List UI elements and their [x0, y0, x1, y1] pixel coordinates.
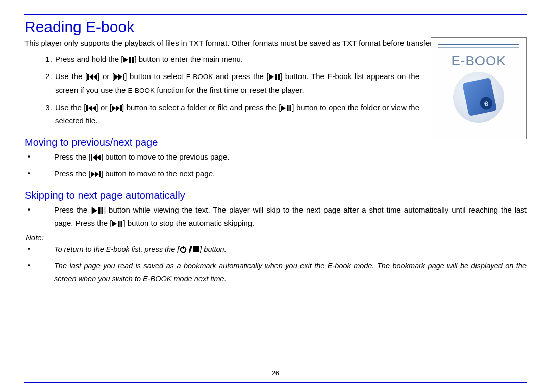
svg-marker-23 [97, 154, 101, 161]
svg-rect-35 [189, 246, 192, 253]
svg-marker-7 [118, 74, 122, 80]
svg-rect-32 [121, 221, 123, 227]
next-track-icon [114, 74, 124, 80]
power-stop-icon [179, 245, 199, 253]
svg-rect-10 [275, 74, 277, 80]
step-2-d: and press the [ [213, 72, 269, 81]
step-2-f: function for the first time or reset the… [155, 86, 304, 94]
step-2: Use the [] or [] button to select E-BOOK… [54, 70, 419, 97]
moving-list: Press the [] button to move to the previ… [24, 150, 527, 180]
prev-track-icon [86, 105, 96, 111]
svg-rect-28 [98, 207, 101, 214]
note-1: To return to the E-book list, press the … [24, 243, 527, 256]
svg-rect-11 [278, 74, 280, 80]
svg-marker-9 [269, 74, 274, 80]
skipping-item: Press the [] button while viewing the te… [24, 203, 527, 230]
svg-marker-24 [91, 171, 95, 177]
next-track-icon [112, 105, 122, 111]
svg-marker-30 [112, 221, 117, 227]
svg-rect-1 [129, 57, 131, 63]
svg-marker-18 [281, 105, 286, 111]
top-rule [24, 14, 527, 15]
svg-marker-0 [123, 57, 128, 63]
step-2-b: ] or [ [97, 72, 114, 81]
note-1-b: ] button. [199, 245, 226, 253]
moving-next-a: Press the [ [54, 169, 91, 178]
next-track-icon [91, 171, 101, 177]
moving-next-b: ] button to move to the next page. [101, 169, 215, 178]
step-2-ebook2: E-BOOK [128, 87, 155, 94]
page-number: 26 [0, 370, 551, 377]
svg-marker-4 [89, 74, 93, 80]
step-2-a: Use the [ [55, 72, 87, 81]
moving-next: Press the [] button to move to the next … [24, 167, 527, 180]
steps-list: Press and hold the [] button to enter th… [24, 53, 419, 127]
svg-rect-20 [290, 105, 292, 111]
svg-marker-5 [93, 74, 97, 80]
notes-list: To return to the E-book list, press the … [24, 243, 527, 285]
svg-marker-25 [95, 171, 99, 177]
page-title: Reading E-book [24, 18, 527, 36]
svg-rect-36 [193, 246, 199, 252]
ebook-figure-label: E-BOOK [436, 53, 521, 69]
step-1-pre: Press and hold the [ [55, 55, 123, 63]
note-label: Note: [26, 233, 527, 242]
svg-marker-16 [116, 105, 120, 111]
svg-marker-14 [92, 105, 96, 111]
ebook-menu-figure: E-BOOK e [431, 37, 527, 139]
step-3-b: ] or [ [96, 103, 112, 112]
moving-prev: Press the [] button to move to the previ… [24, 150, 527, 164]
ebook-icon-letter: e [479, 96, 493, 110]
bottom-rule [24, 382, 527, 383]
svg-rect-2 [132, 57, 134, 63]
prev-track-icon [87, 74, 97, 80]
svg-rect-21 [91, 154, 92, 161]
svg-rect-34 [183, 246, 184, 249]
step-1: Press and hold the [] button to enter th… [54, 53, 419, 66]
step-2-c: ] button to select [124, 72, 186, 81]
svg-marker-6 [114, 74, 118, 80]
note-2: The last page you read is saved as a boo… [24, 259, 527, 285]
step-3-a: Use the [ [55, 103, 86, 112]
play-pause-icon [281, 105, 292, 111]
play-pause-icon [112, 221, 123, 227]
svg-marker-15 [112, 105, 116, 111]
svg-rect-19 [287, 105, 289, 111]
svg-marker-27 [92, 207, 97, 214]
heading-skipping: Skipping to next page automatically [24, 190, 527, 201]
moving-prev-b: ] button to move to the previous page. [101, 152, 230, 161]
svg-rect-29 [102, 207, 104, 214]
moving-prev-a: Press the [ [54, 152, 91, 161]
play-pause-icon [92, 207, 104, 214]
ebook-icon: e [453, 72, 504, 123]
step-3: Use the [] or [] button to select a fold… [54, 101, 419, 128]
play-pause-icon [269, 74, 280, 80]
prev-track-icon [91, 154, 101, 161]
skipping-list: Press the [] button while viewing the te… [24, 203, 527, 230]
step-3-c: ] button to select a folder or file and … [122, 103, 281, 112]
svg-marker-13 [88, 105, 92, 111]
svg-rect-3 [87, 74, 89, 80]
step-1-post: ] button to enter the main menu. [134, 55, 243, 63]
play-pause-icon [123, 57, 134, 63]
svg-rect-12 [86, 105, 88, 111]
step-2-ebook1: E-BOOK [186, 73, 213, 81]
svg-rect-31 [118, 221, 120, 227]
note-1-a: To return to the E-book list, press the … [54, 245, 179, 253]
svg-marker-22 [93, 154, 97, 161]
skipping-c: ] button to stop the automatic skipping. [123, 219, 254, 227]
skipping-a: Press the [ [54, 205, 92, 214]
